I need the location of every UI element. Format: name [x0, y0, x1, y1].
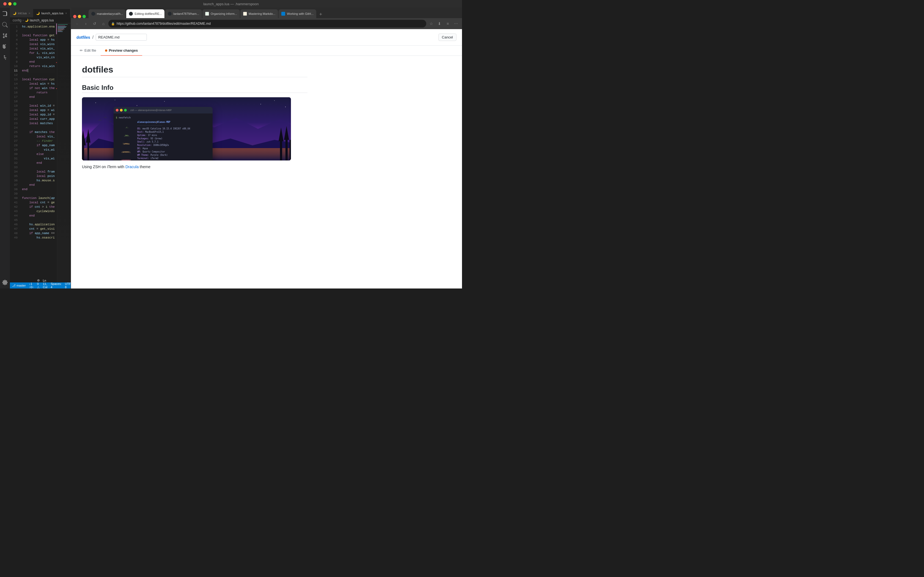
preview-changes-label: Preview changes [109, 48, 138, 53]
terminal-titlebar: zsh — alanacquinones@Alanas-MBP [113, 107, 213, 113]
markdown-preview: dotfiles Basic Info [71, 56, 318, 288]
security-icon: 🔒 [111, 22, 115, 26]
minimize-button[interactable] [8, 2, 11, 5]
browser-minimize[interactable] [78, 15, 81, 18]
tab-organizing[interactable]: Organizing inform... [202, 9, 240, 18]
download-icon[interactable]: ⬇ [436, 20, 443, 27]
term-max [124, 109, 127, 111]
home-button[interactable]: ⌂ [100, 20, 107, 27]
markdown-h2: Basic Info [82, 84, 307, 93]
repo-link[interactable]: dotfiles [76, 35, 90, 40]
svg-point-5 [260, 104, 261, 105]
browser-maximize[interactable] [82, 15, 86, 18]
bookmark-icon[interactable]: ☆ [427, 20, 435, 27]
encoding[interactable]: UTF-8 [65, 282, 71, 288]
terminal-window: zsh — alanacquinones@Alanas-MBP $ neofet… [113, 107, 213, 160]
terminal-title: zsh — alanacquinones@Alanas-MBP [130, 109, 171, 111]
svg-rect-16 [280, 139, 282, 160]
edit-file-label: Edit file [84, 48, 96, 53]
source-control-icon[interactable] [1, 32, 9, 40]
preview-dot-icon [105, 50, 107, 52]
git-sync[interactable]: ↓1 ↑0↑ [29, 282, 34, 288]
breadcrumb-config[interactable]: config [13, 18, 21, 22]
status-bar: ⎇ master ↓1 ↑0↑ ⊘ 0 △ 0 Ln 11, Col 4 Spa… [10, 282, 71, 288]
terminal-content: $ neofetch .c. ,OKk. lWMMWo cNMMMMX; ;WM… [113, 113, 213, 160]
screenshot-caption: Using ZSH on iTerm with Dracula theme [82, 164, 307, 170]
tab-lanlan[interactable]: lanlan47879/ham... [165, 9, 202, 18]
tab-label: lanlan47879/ham... [173, 12, 199, 15]
address-bar[interactable]: 🔒 https://github.com/lanlan47879/dotfile… [108, 20, 426, 27]
code-editor: 12345 678910 11 1213141516 1718192021 22… [10, 23, 71, 282]
activity-bar [0, 8, 10, 288]
svg-point-2 [115, 100, 115, 100]
svg-point-4 [164, 101, 165, 102]
window-title: launch_apps.lua — .hammerspoon [203, 2, 259, 6]
pencil-icon: ✏ [80, 48, 83, 53]
tab-label: Editing dotfiles/RE... [134, 12, 162, 15]
tab-manatee[interactable]: manateelazycat/h... [89, 9, 126, 18]
file-header: dotfiles / Cancel [71, 29, 462, 46]
tab-close-icon[interactable]: × [65, 11, 67, 15]
svg-point-3 [137, 105, 137, 106]
tab-close-icon[interactable]: × [29, 11, 30, 15]
forward-button[interactable]: › [82, 20, 90, 27]
tab-label: Mastering Markdo... [249, 12, 275, 15]
term-close [116, 109, 118, 111]
tab-working-github[interactable]: Working with GitH... [279, 9, 316, 18]
tab-favicon [91, 12, 95, 16]
tab-mastering[interactable]: Mastering Markdo... [240, 9, 278, 18]
code-content[interactable]: hs.application.enableSpotlightForNameSea… [20, 23, 57, 282]
tab-firefox[interactable]: 🌙 firefox.lua × [70, 9, 71, 17]
extensions-icon[interactable] [1, 54, 9, 61]
line-numbers: 12345 678910 11 1213141516 1718192021 22… [10, 23, 20, 282]
new-tab-button[interactable]: + [317, 10, 325, 18]
editor-tabs: ✏ Edit file Preview changes [71, 46, 462, 56]
tab-init-lua[interactable]: 🌙 init.lua × [10, 9, 33, 17]
caption-text: Using ZSH on iTerm with [82, 164, 124, 169]
more-options-icon[interactable]: ⋯ [452, 20, 460, 27]
settings-icon[interactable] [1, 279, 9, 286]
breadcrumb-separator: / [92, 35, 94, 40]
minimap [57, 23, 71, 282]
reload-button[interactable]: ↺ [91, 20, 99, 27]
breadcrumb: config › 🌙 launch_apps.lua [10, 17, 71, 23]
tab-editing-dotfiles[interactable]: Editing dotfiles/RE... [126, 9, 165, 18]
search-icon[interactable] [1, 21, 9, 29]
traffic-lights[interactable] [3, 2, 16, 5]
vscode-tabs: 🌙 init.lua × 🌙 launch_apps.lua × 🌙 firef… [10, 8, 71, 17]
tab-favicon [129, 12, 133, 16]
tab-preview-changes[interactable]: Preview changes [101, 46, 142, 56]
terminal-screenshot: zsh — alanacquinones@Alanas-MBP $ neofet… [82, 97, 291, 160]
breadcrumb-file[interactable]: launch_apps.lua [30, 18, 53, 22]
filename-input[interactable] [96, 34, 147, 41]
browser-chrome: manateelazycat/h... Editing dotfiles/RE.… [71, 8, 462, 29]
svg-point-6 [274, 100, 275, 101]
term-min [120, 109, 123, 111]
tab-label: launch_apps.lua [41, 11, 63, 15]
browser-tabs: manateelazycat/h... Editing dotfiles/RE.… [71, 8, 462, 18]
debug-icon[interactable] [1, 43, 9, 50]
close-button[interactable] [3, 2, 6, 5]
browser-close[interactable] [73, 15, 76, 18]
tab-label: Organizing inform... [211, 12, 237, 15]
tab-label: init.lua [18, 11, 27, 15]
git-branch[interactable]: ⎇ master [12, 284, 26, 287]
cancel-button[interactable]: Cancel [438, 34, 457, 41]
github-content: dotfiles / Cancel ✏ Edit file Preview ch… [71, 29, 462, 288]
tab-edit-file[interactable]: ✏ Edit file [75, 46, 101, 56]
spaces[interactable]: Spaces: 4 [51, 282, 61, 288]
tab-launch-apps[interactable]: 🌙 launch_apps.lua × [33, 9, 70, 17]
browser-toolbar: ‹ › ↺ ⌂ 🔒 https://github.com/lanlan47879… [71, 18, 462, 29]
back-button[interactable]: ‹ [73, 20, 81, 27]
tab-favicon [205, 12, 209, 16]
dracula-link[interactable]: Dracula [125, 164, 139, 169]
maximize-button[interactable] [13, 2, 16, 5]
svg-rect-14 [87, 140, 89, 160]
reader-mode-icon[interactable]: ≡ [444, 20, 452, 27]
toolbar-actions: ☆ ⬇ ≡ ⋯ [427, 20, 460, 27]
url-text: https://github.com/lanlan47879/dotfiles/… [116, 22, 211, 26]
svg-rect-20 [289, 140, 291, 160]
explorer-icon[interactable] [1, 10, 9, 18]
browser-panel: manateelazycat/h... Editing dotfiles/RE.… [71, 8, 462, 288]
tab-label: Working with GitH... [287, 12, 313, 15]
